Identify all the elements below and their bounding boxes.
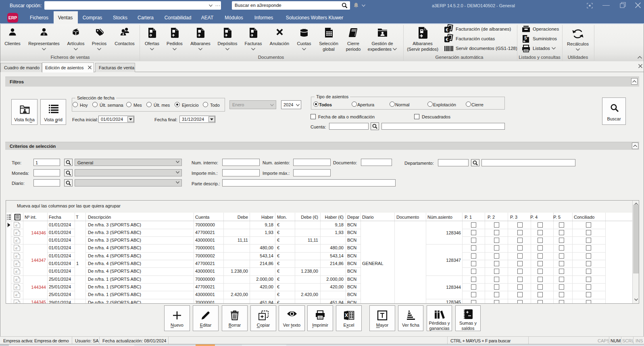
svg-text:€: € — [446, 27, 448, 32]
svg-text:€: € — [446, 37, 448, 42]
svg-text:a: a — [15, 230, 17, 235]
svg-text:a: a — [15, 246, 17, 250]
svg-text:a: a — [15, 292, 17, 297]
svg-text:a: a — [15, 254, 17, 258]
svg-text:a: a — [15, 300, 17, 304]
svg-text:a: a — [15, 269, 17, 273]
svg-text:S: S — [524, 36, 527, 40]
svg-text:a: a — [15, 285, 17, 289]
svg-text:a: a — [15, 238, 17, 242]
svg-text:a: a — [15, 277, 17, 282]
svg-text:a: a — [15, 261, 17, 266]
svg-text:X: X — [345, 313, 348, 318]
svg-text:a: a — [15, 223, 17, 227]
